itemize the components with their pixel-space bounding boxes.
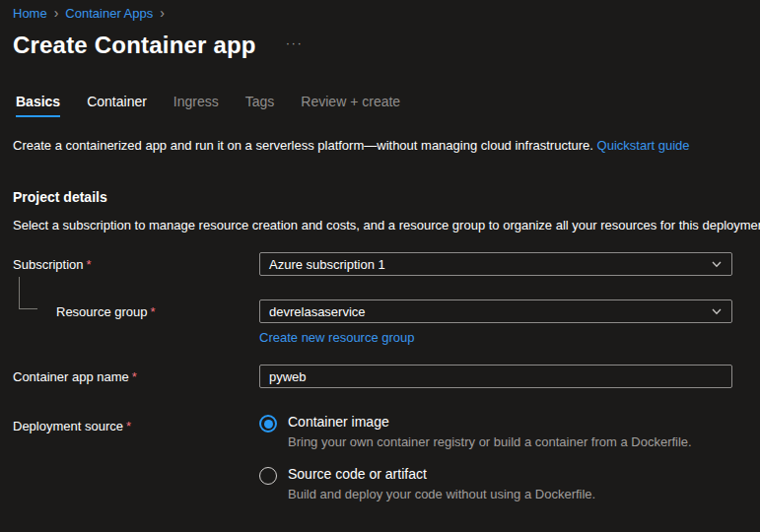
breadcrumb-separator-icon: ›: [160, 5, 165, 21]
subscription-row: Subscription* Azure subscription 1: [13, 252, 760, 276]
page-title: Create Container app: [13, 32, 256, 59]
resource-group-row: Resource group* devrelasaservice: [13, 299, 760, 323]
project-details-description: Select a subscription to manage resource…: [13, 218, 760, 233]
radio-source-code-artifact-label: Source code or artifact: [288, 466, 595, 482]
chevron-down-icon: [711, 305, 723, 317]
radio-container-image-label: Container image: [288, 414, 692, 430]
tab-basics[interactable]: Basics: [16, 94, 60, 117]
project-details-heading: Project details: [13, 189, 760, 205]
intro-text: Create a containerized app and run it on…: [13, 138, 760, 153]
subscription-dropdown[interactable]: Azure subscription 1: [259, 252, 732, 276]
deployment-source-label: Deployment source*: [13, 414, 259, 433]
container-app-name-label-text: Container app name: [13, 369, 129, 384]
radio-selected-icon[interactable]: [259, 415, 277, 432]
radio-container-image-description: Bring your own container registry or bui…: [288, 434, 692, 449]
breadcrumb-home-link[interactable]: Home: [13, 6, 47, 21]
basics-form: Subscription* Azure subscription 1 Resou…: [13, 252, 760, 518]
more-options-icon[interactable]: ···: [286, 35, 304, 50]
tab-tags[interactable]: Tags: [245, 94, 275, 117]
breadcrumb-container-apps-link[interactable]: Container Apps: [65, 6, 153, 21]
required-asterisk: *: [126, 419, 131, 433]
resource-group-dropdown-value: devrelasaservice: [269, 304, 366, 319]
resource-group-label-text: Resource group: [56, 304, 148, 319]
subscription-dropdown-value: Azure subscription 1: [269, 257, 385, 272]
resource-group-label: Resource group*: [13, 304, 259, 319]
tab-container[interactable]: Container: [87, 94, 147, 117]
required-asterisk: *: [87, 257, 92, 272]
radio-source-code-artifact[interactable]: Source code or artifact Build and deploy…: [259, 466, 732, 501]
required-asterisk: *: [151, 304, 156, 319]
radio-source-code-artifact-description: Build and deploy your code without using…: [288, 487, 595, 501]
indent-connector-line: [19, 277, 37, 309]
required-asterisk: *: [132, 369, 137, 384]
radio-container-image[interactable]: Container image Bring your own container…: [259, 414, 732, 449]
intro-description: Create a containerized app and run it on…: [13, 138, 593, 153]
subscription-label: Subscription*: [13, 257, 259, 272]
container-app-name-label: Container app name*: [13, 369, 259, 384]
breadcrumb: Home › Container Apps ›: [13, 5, 760, 21]
deployment-source-label-text: Deployment source: [13, 419, 123, 433]
tab-review-create[interactable]: Review + create: [301, 94, 400, 117]
quickstart-guide-link[interactable]: Quickstart guide: [597, 138, 690, 153]
wizard-tabs: Basics Container Ingress Tags Review + c…: [13, 94, 760, 117]
container-app-name-row: Container app name*: [13, 365, 760, 388]
radio-unselected-icon[interactable]: [259, 467, 277, 485]
tab-ingress[interactable]: Ingress: [173, 94, 219, 117]
create-container-app-page: Home › Container Apps › Create Container…: [0, 0, 760, 518]
container-app-name-input[interactable]: [259, 365, 732, 388]
create-new-resource-group-link[interactable]: Create new resource group: [259, 330, 415, 345]
radio-dot: [264, 420, 273, 429]
subscription-label-text: Subscription: [13, 257, 84, 272]
breadcrumb-separator-icon: ›: [54, 5, 59, 21]
resource-group-dropdown[interactable]: devrelasaservice: [259, 299, 732, 323]
deployment-source-row: Deployment source* Container image Bring…: [13, 414, 760, 518]
chevron-down-icon: [711, 258, 723, 270]
